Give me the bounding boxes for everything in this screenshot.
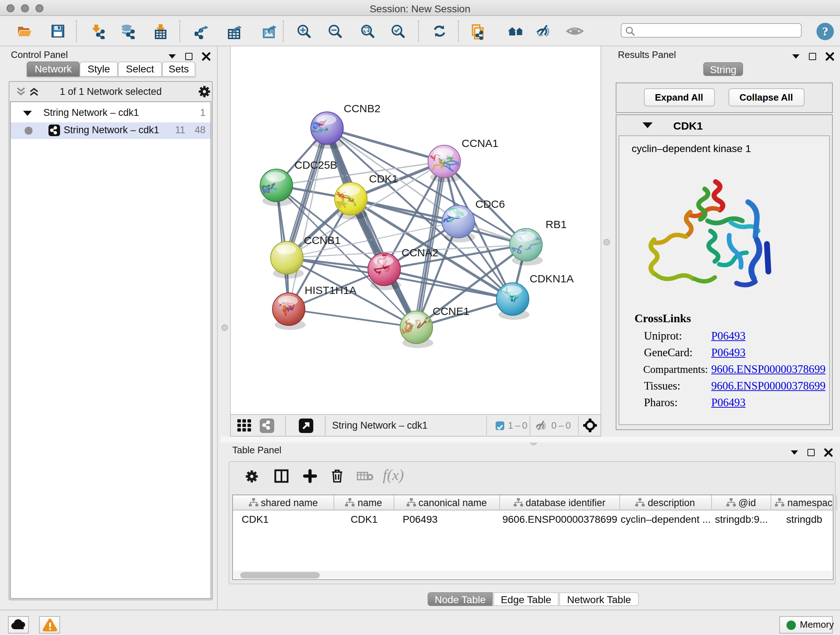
svg-text:CCNA2: CCNA2 [401, 247, 439, 258]
svg-text:HIST1H1A: HIST1H1A [305, 284, 356, 296]
svg-text:CDK1: CDK1 [369, 173, 398, 185]
svg-text:CDC6: CDC6 [475, 198, 505, 210]
svg-text:CDKN1A: CDKN1A [530, 272, 574, 285]
svg-text:CCNB2: CCNB2 [344, 103, 381, 114]
svg-text:RB1: RB1 [546, 218, 567, 230]
svg-text:CCNA1: CCNA1 [462, 137, 499, 149]
svg-text:CDC25B: CDC25B [294, 159, 337, 171]
svg-text:CCNE1: CCNE1 [433, 305, 470, 317]
svg-text:CCNB1: CCNB1 [304, 234, 341, 246]
svg-text:?: ? [822, 24, 829, 38]
